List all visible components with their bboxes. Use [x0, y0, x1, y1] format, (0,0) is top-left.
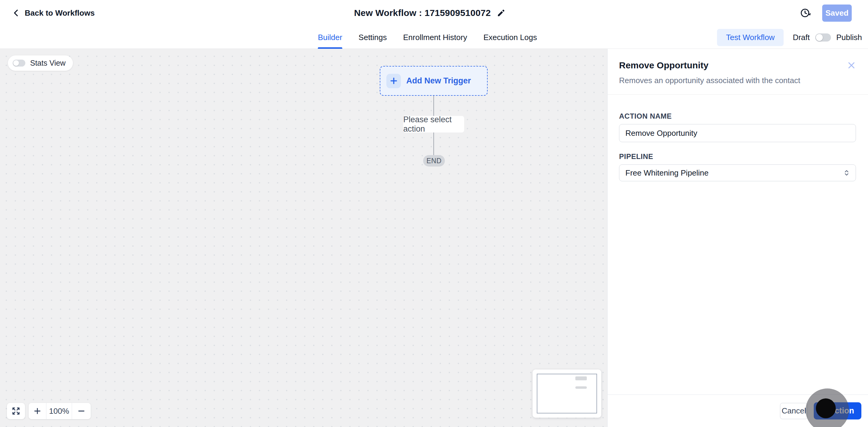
- pipeline-select[interactable]: Free Whitening Pipeline: [619, 164, 856, 181]
- back-label: Back to Workflows: [25, 8, 95, 18]
- edit-title-pencil-icon[interactable]: [497, 9, 505, 17]
- minimap-trigger-node: [575, 376, 587, 380]
- test-workflow-button[interactable]: Test Workflow: [717, 29, 784, 46]
- close-panel-button[interactable]: [846, 60, 857, 70]
- canvas-zoom-controls: 100%: [7, 403, 91, 419]
- minus-icon: [78, 407, 85, 415]
- workflow-canvas[interactable]: Stats View Add New Trigger Please select…: [0, 49, 607, 427]
- stats-toggle-track[interactable]: [13, 60, 25, 67]
- action-name-label: ACTION NAME: [619, 112, 856, 121]
- chevron-left-icon: [12, 9, 21, 17]
- save-action-button[interactable]: Action: [814, 402, 861, 420]
- back-to-workflows-button[interactable]: Back to Workflows: [12, 8, 95, 18]
- select-chevrons-icon: [842, 169, 851, 177]
- zoom-level-display: 100%: [46, 403, 72, 419]
- pipeline-selected-value: Free Whitening Pipeline: [625, 168, 709, 178]
- please-select-action-node: Please select action: [403, 116, 464, 132]
- minimap-viewport: [537, 374, 597, 414]
- tab-execution-logs[interactable]: Execution Logs: [484, 26, 537, 49]
- panel-title: Remove Opportunity: [619, 60, 856, 70]
- workflow-builder-app: Back to Workflows New Workflow : 1715909…: [0, 0, 868, 427]
- tab-settings[interactable]: Settings: [359, 26, 387, 49]
- cancel-button[interactable]: Cancel: [780, 403, 808, 419]
- panel-subtitle: Removes an opportunity associated with t…: [619, 76, 856, 85]
- add-new-trigger-node[interactable]: Add New Trigger: [380, 66, 488, 96]
- tab-builder[interactable]: Builder: [318, 26, 342, 49]
- workflow-title: New Workflow : 1715909510072: [354, 8, 491, 18]
- publish-toggle-knob: [816, 34, 823, 41]
- action-settings-panel: Remove Opportunity Removes an opportunit…: [607, 49, 868, 427]
- version-history-icon[interactable]: [799, 7, 811, 19]
- close-icon: [846, 67, 857, 71]
- plus-icon: [386, 74, 401, 88]
- plus-icon: [33, 407, 41, 415]
- action-name-input[interactable]: [619, 124, 856, 142]
- end-node: END: [423, 155, 445, 167]
- connector-line-top: [433, 96, 434, 116]
- workspace: Stats View Add New Trigger Please select…: [0, 49, 868, 427]
- minimap-end-node: [575, 386, 587, 389]
- tab-bar: Builder Settings Enrollment History Exec…: [0, 26, 868, 49]
- saved-button[interactable]: Saved: [822, 4, 852, 22]
- publish-toggle[interactable]: [815, 33, 831, 41]
- connector-line-bottom: [433, 132, 434, 155]
- top-bar: Back to Workflows New Workflow : 1715909…: [0, 0, 868, 26]
- stats-view-toggle[interactable]: Stats View: [8, 56, 73, 71]
- zoom-in-button[interactable]: [29, 403, 46, 419]
- tab-enrollment-history[interactable]: Enrollment History: [403, 26, 467, 49]
- stats-toggle-knob: [13, 60, 19, 66]
- add-new-trigger-label: Add New Trigger: [406, 76, 471, 86]
- stats-view-label: Stats View: [30, 59, 66, 67]
- panel-footer: Cancel Action: [608, 394, 868, 427]
- canvas-minimap[interactable]: [532, 369, 601, 418]
- draft-label: Draft: [793, 33, 809, 42]
- fit-to-screen-button[interactable]: [7, 403, 25, 419]
- pipeline-label: PIPELINE: [619, 152, 856, 161]
- expand-icon: [11, 406, 21, 416]
- zoom-out-button[interactable]: [72, 403, 91, 419]
- publish-label: Publish: [836, 33, 862, 42]
